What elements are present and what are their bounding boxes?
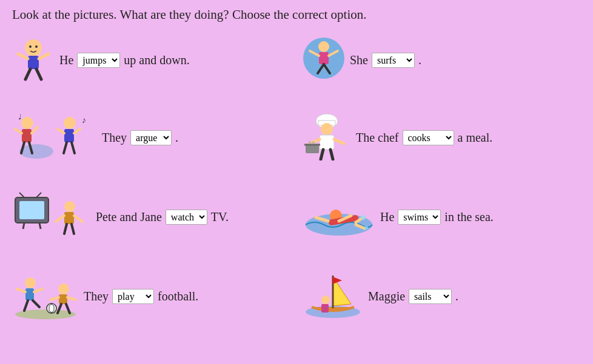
svg-rect-47 <box>64 212 74 224</box>
svg-rect-10 <box>319 52 329 64</box>
item1-text-before: He <box>59 53 73 67</box>
svg-line-4 <box>25 69 30 79</box>
svg-rect-17 <box>22 129 32 142</box>
svg-line-25 <box>74 129 80 133</box>
item3-text-after: . <box>175 131 178 145</box>
item4-text-after: a meal. <box>458 131 493 145</box>
item3-text-before: They <box>102 131 127 145</box>
item3-container: ♪ ♩ They argue dance sing fight . <box>12 107 290 168</box>
item6-sentence: He swims dives runs surfs in the sea. <box>380 210 494 225</box>
item2-image <box>303 36 345 84</box>
svg-line-51 <box>72 224 74 234</box>
item3-image: ♪ ♩ <box>12 112 97 164</box>
item4-image <box>303 112 351 164</box>
item1-image <box>12 36 55 84</box>
svg-line-24 <box>58 129 64 133</box>
svg-point-32 <box>321 123 333 135</box>
item3-sentence: They argue dance sing fight . <box>102 130 178 145</box>
svg-rect-23 <box>64 129 74 142</box>
svg-text:♪: ♪ <box>82 116 86 125</box>
svg-line-2 <box>18 54 28 59</box>
svg-line-38 <box>321 150 323 159</box>
item6-dropdown[interactable]: swims dives runs surfs <box>398 210 441 225</box>
item7-text-after: football. <box>158 290 198 303</box>
svg-line-44 <box>23 223 24 229</box>
instruction-text: Look at the pictures. What are they doin… <box>12 6 581 24</box>
svg-point-78 <box>321 296 330 304</box>
item1-container: He jumps runs swims flies up and down. <box>12 31 290 89</box>
item5-text-after: TV. <box>211 210 229 224</box>
item4-text-before: The chef <box>356 131 399 145</box>
item1-dropdown[interactable]: jumps runs swims flies <box>77 53 120 68</box>
svg-line-35 <box>334 139 344 144</box>
svg-line-65 <box>34 289 42 292</box>
svg-line-43 <box>36 193 41 197</box>
item2-sentence: She surfs swims jumps runs . <box>350 53 421 68</box>
svg-line-50 <box>64 224 67 234</box>
item8-container: Maggie sails swims surfs rows . <box>303 266 581 327</box>
svg-point-69 <box>58 283 69 294</box>
svg-rect-41 <box>19 201 44 219</box>
svg-point-9 <box>318 41 329 52</box>
item5-dropdown[interactable]: watch see look view <box>166 210 207 225</box>
svg-line-48 <box>56 216 64 222</box>
svg-point-59 <box>361 215 366 220</box>
item2-dropdown[interactable]: surfs swims jumps runs <box>372 53 415 68</box>
svg-line-26 <box>64 142 67 153</box>
item8-text-after: . <box>455 290 458 303</box>
svg-rect-36 <box>306 145 319 153</box>
svg-point-68 <box>47 303 56 313</box>
item7-text-before: They <box>84 290 109 303</box>
item4-dropdown[interactable]: cooks eats makes prepares <box>403 130 454 145</box>
svg-point-62 <box>25 277 36 288</box>
svg-rect-79 <box>321 304 329 313</box>
item8-sentence: Maggie sails swims surfs rows . <box>368 289 458 304</box>
item4-container: The chef cooks eats makes prepares a mea… <box>303 107 581 168</box>
svg-line-67 <box>33 300 39 307</box>
item5-container: Pete and Jane watch see look view TV. <box>12 187 290 248</box>
svg-line-3 <box>39 54 49 59</box>
item7-container: They play watch kick run football. <box>12 266 290 327</box>
svg-line-45 <box>39 223 41 229</box>
svg-point-60 <box>364 226 368 230</box>
svg-line-5 <box>36 69 41 79</box>
item8-dropdown[interactable]: sails swims surfs rows <box>409 289 452 304</box>
item2-container: She surfs swims jumps runs . <box>303 31 581 89</box>
item7-dropdown[interactable]: play watch kick run <box>112 289 154 304</box>
item4-sentence: The chef cooks eats makes prepares a mea… <box>356 130 492 145</box>
svg-line-27 <box>72 142 75 153</box>
svg-line-18 <box>15 129 22 133</box>
item1-text-after: up and down. <box>124 53 189 67</box>
item8-image <box>303 271 363 322</box>
item6-container: He swims dives runs surfs in the sea. <box>303 187 581 248</box>
svg-line-49 <box>74 216 82 222</box>
item2-text-after: . <box>418 53 421 67</box>
svg-line-72 <box>67 297 76 300</box>
svg-rect-70 <box>59 294 67 304</box>
item6-text-before: He <box>380 210 394 224</box>
item2-text-before: She <box>350 53 368 67</box>
svg-point-46 <box>64 201 75 212</box>
svg-text:♩: ♩ <box>18 113 22 121</box>
item5-image <box>12 191 91 243</box>
item8-text-before: Maggie <box>368 290 405 303</box>
item7-image <box>12 271 79 322</box>
svg-line-39 <box>330 150 333 159</box>
svg-rect-33 <box>320 135 334 150</box>
svg-rect-63 <box>25 288 34 300</box>
svg-point-22 <box>64 117 76 129</box>
item1-sentence: He jumps runs swims flies up and down. <box>59 53 190 68</box>
svg-point-7 <box>35 45 38 48</box>
svg-point-6 <box>29 45 32 48</box>
svg-point-16 <box>21 117 33 129</box>
svg-point-0 <box>25 39 42 56</box>
item5-text-before: Pete and Jane <box>96 210 162 224</box>
svg-line-64 <box>17 289 25 292</box>
item7-sentence: They play watch kick run football. <box>84 289 198 304</box>
item3-dropdown[interactable]: argue dance sing fight <box>130 130 172 145</box>
item6-image <box>303 194 375 240</box>
item5-sentence: Pete and Jane watch see look view TV. <box>96 210 229 225</box>
svg-rect-1 <box>28 56 39 69</box>
svg-marker-80 <box>333 277 342 284</box>
svg-line-66 <box>24 300 28 311</box>
